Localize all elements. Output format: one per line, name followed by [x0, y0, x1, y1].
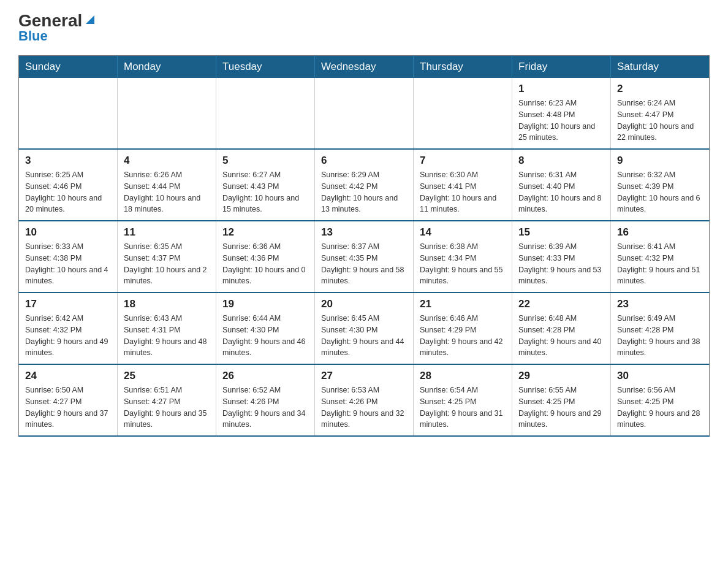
calendar-cell: 17Sunrise: 6:42 AMSunset: 4:32 PMDayligh… [19, 293, 118, 364]
day-info: Sunrise: 6:44 AMSunset: 4:30 PMDaylight:… [222, 313, 308, 359]
header-monday: Monday [118, 56, 216, 79]
day-info: Sunrise: 6:24 AMSunset: 4:47 PMDaylight:… [617, 98, 703, 144]
calendar-cell: 19Sunrise: 6:44 AMSunset: 4:30 PMDayligh… [216, 293, 315, 364]
calendar-week-row: 1Sunrise: 6:23 AMSunset: 4:48 PMDaylight… [19, 78, 710, 149]
day-number: 27 [321, 370, 407, 382]
calendar-cell: 28Sunrise: 6:54 AMSunset: 4:25 PMDayligh… [414, 364, 512, 436]
day-number: 24 [25, 370, 111, 382]
calendar-cell [414, 78, 512, 149]
logo-triangle-icon [83, 13, 97, 26]
calendar-cell: 24Sunrise: 6:50 AMSunset: 4:27 PMDayligh… [19, 364, 118, 436]
day-number: 12 [222, 226, 308, 239]
day-number: 8 [518, 155, 604, 167]
calendar-cell: 29Sunrise: 6:55 AMSunset: 4:25 PMDayligh… [512, 364, 611, 436]
day-info: Sunrise: 6:54 AMSunset: 4:25 PMDaylight:… [420, 385, 506, 431]
calendar-week-row: 10Sunrise: 6:33 AMSunset: 4:38 PMDayligh… [19, 221, 710, 293]
calendar-cell: 11Sunrise: 6:35 AMSunset: 4:37 PMDayligh… [118, 221, 216, 293]
day-info: Sunrise: 6:50 AMSunset: 4:27 PMDaylight:… [25, 385, 111, 431]
day-info: Sunrise: 6:27 AMSunset: 4:43 PMDaylight:… [222, 169, 308, 215]
day-number: 3 [25, 155, 111, 167]
logo-blue: Blue [18, 29, 48, 43]
day-info: Sunrise: 6:42 AMSunset: 4:32 PMDaylight:… [25, 313, 111, 359]
day-info: Sunrise: 6:53 AMSunset: 4:26 PMDaylight:… [321, 385, 407, 431]
calendar-cell: 25Sunrise: 6:51 AMSunset: 4:27 PMDayligh… [118, 364, 216, 436]
calendar-cell: 13Sunrise: 6:37 AMSunset: 4:35 PMDayligh… [315, 221, 414, 293]
day-number: 16 [617, 226, 703, 239]
day-info: Sunrise: 6:32 AMSunset: 4:39 PMDaylight:… [617, 169, 703, 215]
calendar-cell: 30Sunrise: 6:56 AMSunset: 4:25 PMDayligh… [611, 364, 710, 436]
day-info: Sunrise: 6:49 AMSunset: 4:28 PMDaylight:… [617, 313, 703, 359]
header-thursday: Thursday [414, 56, 512, 79]
calendar-header: Sunday Monday Tuesday Wednesday Thursday… [19, 56, 710, 79]
calendar-cell: 4Sunrise: 6:26 AMSunset: 4:44 PMDaylight… [118, 149, 216, 221]
day-number: 13 [321, 226, 407, 239]
day-info: Sunrise: 6:23 AMSunset: 4:48 PMDaylight:… [518, 98, 604, 144]
calendar-week-row: 17Sunrise: 6:42 AMSunset: 4:32 PMDayligh… [19, 293, 710, 364]
calendar-cell: 23Sunrise: 6:49 AMSunset: 4:28 PMDayligh… [611, 293, 710, 364]
day-info: Sunrise: 6:30 AMSunset: 4:41 PMDaylight:… [420, 169, 506, 215]
day-number: 25 [124, 370, 210, 382]
calendar-cell [118, 78, 216, 149]
day-number: 28 [420, 370, 506, 382]
day-info: Sunrise: 6:31 AMSunset: 4:40 PMDaylight:… [518, 169, 604, 215]
calendar-cell: 6Sunrise: 6:29 AMSunset: 4:42 PMDaylight… [315, 149, 414, 221]
calendar-cell: 21Sunrise: 6:46 AMSunset: 4:29 PMDayligh… [414, 293, 512, 364]
day-number: 6 [321, 155, 407, 167]
calendar-cell: 7Sunrise: 6:30 AMSunset: 4:41 PMDaylight… [414, 149, 512, 221]
calendar-week-row: 3Sunrise: 6:25 AMSunset: 4:46 PMDaylight… [19, 149, 710, 221]
day-number: 19 [222, 298, 308, 310]
weekday-header-row: Sunday Monday Tuesday Wednesday Thursday… [19, 56, 710, 79]
day-number: 15 [518, 226, 604, 239]
day-info: Sunrise: 6:45 AMSunset: 4:30 PMDaylight:… [321, 313, 407, 359]
calendar-cell: 27Sunrise: 6:53 AMSunset: 4:26 PMDayligh… [315, 364, 414, 436]
day-number: 22 [518, 298, 604, 310]
logo: General Blue [18, 12, 97, 43]
day-number: 23 [617, 298, 703, 310]
header-sunday: Sunday [19, 56, 118, 79]
logo-general: General [18, 12, 82, 29]
calendar-cell: 1Sunrise: 6:23 AMSunset: 4:48 PMDaylight… [512, 78, 611, 149]
day-number: 1 [518, 83, 604, 95]
calendar-cell: 10Sunrise: 6:33 AMSunset: 4:38 PMDayligh… [19, 221, 118, 293]
calendar-cell: 5Sunrise: 6:27 AMSunset: 4:43 PMDaylight… [216, 149, 315, 221]
day-info: Sunrise: 6:48 AMSunset: 4:28 PMDaylight:… [518, 313, 604, 359]
calendar-cell: 2Sunrise: 6:24 AMSunset: 4:47 PMDaylight… [611, 78, 710, 149]
calendar-week-row: 24Sunrise: 6:50 AMSunset: 4:27 PMDayligh… [19, 364, 710, 436]
calendar-body: 1Sunrise: 6:23 AMSunset: 4:48 PMDaylight… [19, 78, 710, 436]
header-tuesday: Tuesday [216, 56, 315, 79]
day-info: Sunrise: 6:41 AMSunset: 4:32 PMDaylight:… [617, 241, 703, 287]
calendar-cell [19, 78, 118, 149]
calendar-table: Sunday Monday Tuesday Wednesday Thursday… [18, 55, 710, 437]
day-number: 21 [420, 298, 506, 310]
day-number: 10 [25, 226, 111, 239]
page-header: General Blue [18, 12, 710, 43]
day-number: 26 [222, 370, 308, 382]
day-number: 14 [420, 226, 506, 239]
day-info: Sunrise: 6:55 AMSunset: 4:25 PMDaylight:… [518, 385, 604, 431]
day-info: Sunrise: 6:43 AMSunset: 4:31 PMDaylight:… [124, 313, 210, 359]
day-number: 2 [617, 83, 703, 95]
day-number: 11 [124, 226, 210, 239]
day-info: Sunrise: 6:37 AMSunset: 4:35 PMDaylight:… [321, 241, 407, 287]
day-number: 30 [617, 370, 703, 382]
day-info: Sunrise: 6:36 AMSunset: 4:36 PMDaylight:… [222, 241, 308, 287]
calendar-cell: 8Sunrise: 6:31 AMSunset: 4:40 PMDaylight… [512, 149, 611, 221]
calendar-cell: 18Sunrise: 6:43 AMSunset: 4:31 PMDayligh… [118, 293, 216, 364]
day-info: Sunrise: 6:29 AMSunset: 4:42 PMDaylight:… [321, 169, 407, 215]
day-info: Sunrise: 6:38 AMSunset: 4:34 PMDaylight:… [420, 241, 506, 287]
header-wednesday: Wednesday [315, 56, 414, 79]
day-info: Sunrise: 6:56 AMSunset: 4:25 PMDaylight:… [617, 385, 703, 431]
day-info: Sunrise: 6:25 AMSunset: 4:46 PMDaylight:… [25, 169, 111, 215]
calendar-cell: 9Sunrise: 6:32 AMSunset: 4:39 PMDaylight… [611, 149, 710, 221]
day-info: Sunrise: 6:39 AMSunset: 4:33 PMDaylight:… [518, 241, 604, 287]
calendar-cell: 15Sunrise: 6:39 AMSunset: 4:33 PMDayligh… [512, 221, 611, 293]
calendar-cell: 14Sunrise: 6:38 AMSunset: 4:34 PMDayligh… [414, 221, 512, 293]
calendar-cell: 3Sunrise: 6:25 AMSunset: 4:46 PMDaylight… [19, 149, 118, 221]
calendar-cell [216, 78, 315, 149]
day-number: 29 [518, 370, 604, 382]
day-number: 20 [321, 298, 407, 310]
day-number: 7 [420, 155, 506, 167]
day-info: Sunrise: 6:46 AMSunset: 4:29 PMDaylight:… [420, 313, 506, 359]
day-info: Sunrise: 6:35 AMSunset: 4:37 PMDaylight:… [124, 241, 210, 287]
header-saturday: Saturday [611, 56, 710, 79]
